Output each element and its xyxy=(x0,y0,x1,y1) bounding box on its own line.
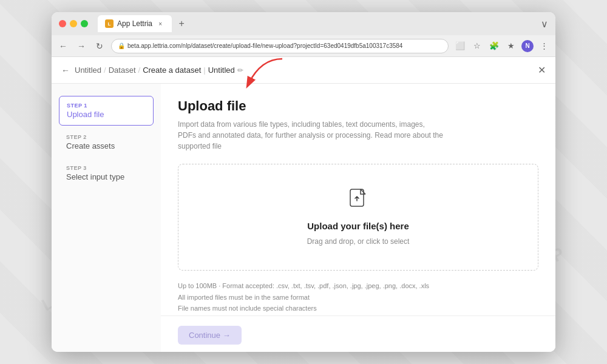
bookmark-button[interactable]: ☆ xyxy=(470,39,484,53)
breadcrumb-sep-3: | xyxy=(203,66,205,75)
maximize-traffic-light[interactable] xyxy=(81,20,88,27)
page-content: Upload file Import data from various fil… xyxy=(161,84,555,315)
tab-close-button[interactable]: × xyxy=(156,19,164,28)
page-heading: Upload file xyxy=(178,98,538,114)
continue-label: Continue → xyxy=(189,331,231,340)
tab-bar: L App Lettria × + xyxy=(98,15,536,32)
menu-button[interactable]: ⋮ xyxy=(537,39,551,53)
browser-actions: ⬜ ☆ 🧩 ★ N ⋮ xyxy=(453,39,551,53)
continue-button[interactable]: Continue → xyxy=(178,326,242,345)
sidebar: STEP 1 Upload file STEP 2 Create assets … xyxy=(52,84,161,352)
profile-avatar[interactable]: N xyxy=(521,40,534,52)
app-header: ← Untitled / Dataset / Create a dataset … xyxy=(52,57,555,84)
title-bar: L App Lettria × + ∨ xyxy=(52,12,555,35)
traffic-lights xyxy=(59,20,88,27)
page-title-edit-group: Untitled ✏ xyxy=(208,66,243,75)
upload-dropzone[interactable]: Upload your file(s) here Drag and drop, … xyxy=(178,164,538,271)
breadcrumb-back-button[interactable]: ← xyxy=(61,66,70,75)
file-info-line2: All imported files must be in the same f… xyxy=(178,292,538,303)
page-description: Import data from various file types, inc… xyxy=(178,119,445,152)
url-text: beta.app.lettria.com/nlp/dataset/create/… xyxy=(127,42,402,49)
close-traffic-light[interactable] xyxy=(59,20,66,27)
file-info-line3: File names must not include special char… xyxy=(178,303,538,314)
breadcrumb-sep-2: / xyxy=(138,66,141,75)
breadcrumb-sep-1: / xyxy=(104,66,106,75)
window-menu-button[interactable]: ∨ xyxy=(541,18,548,30)
browser-window: L App Lettria × + ∨ ← → ↻ 🔒 beta.app.let… xyxy=(52,12,555,352)
tab-favicon: L xyxy=(105,19,114,28)
share-button[interactable]: ⬜ xyxy=(453,39,467,53)
step-2-name: Create assets xyxy=(66,141,146,150)
address-bar: ← → ↻ 🔒 beta.app.lettria.com/nlp/dataset… xyxy=(52,35,555,57)
step-2-label: STEP 2 xyxy=(66,134,146,140)
file-info: Up to 100MB · Format accepted: .csv, .tx… xyxy=(178,280,538,314)
extension-button[interactable]: 🧩 xyxy=(487,39,501,53)
step-1-item[interactable]: STEP 1 Upload file xyxy=(59,96,154,126)
upload-icon xyxy=(348,189,368,215)
back-button[interactable]: ← xyxy=(56,39,70,53)
upload-title: Upload your file(s) here xyxy=(307,221,409,231)
tab-title: App Lettria xyxy=(117,19,152,28)
file-info-line1: Up to 100MB · Format accepted: .csv, .tx… xyxy=(178,280,538,292)
breadcrumb-untitled: Untitled xyxy=(75,66,101,75)
browser-tab[interactable]: L App Lettria × xyxy=(98,15,172,32)
step-3-name: Select input type xyxy=(66,172,146,181)
forward-button[interactable]: → xyxy=(75,39,88,53)
refresh-button[interactable]: ↻ xyxy=(93,39,106,53)
close-button[interactable]: ✕ xyxy=(538,64,546,76)
url-bar[interactable]: 🔒 beta.app.lettria.com/nlp/dataset/creat… xyxy=(111,39,449,53)
breadcrumb-dataset: Dataset xyxy=(109,66,136,75)
step-3-label: STEP 3 xyxy=(66,165,146,171)
minimize-traffic-light[interactable] xyxy=(70,20,77,27)
breadcrumb-current: Untitled xyxy=(208,66,235,75)
step-1-name: Upload file xyxy=(67,110,146,119)
edit-icon[interactable]: ✏ xyxy=(237,66,243,75)
upload-subtitle: Drag and drop, or click to select xyxy=(307,237,410,246)
main-layout: STEP 1 Upload file STEP 2 Create assets … xyxy=(52,84,555,352)
bookmark-list-button[interactable]: ★ xyxy=(504,39,518,53)
app-content: ← Untitled / Dataset / Create a dataset … xyxy=(52,57,555,352)
new-tab-button[interactable]: + xyxy=(174,16,189,31)
lock-icon: 🔒 xyxy=(118,42,125,49)
step-3-item[interactable]: STEP 3 Select input type xyxy=(59,159,154,187)
step-1-label: STEP 1 xyxy=(67,103,146,109)
step-2-item[interactable]: STEP 2 Create assets xyxy=(59,128,154,157)
breadcrumb: Untitled / Dataset / Create a dataset | … xyxy=(75,66,243,75)
bottom-bar: Continue → xyxy=(161,315,555,352)
breadcrumb-create[interactable]: Create a dataset xyxy=(143,66,201,75)
